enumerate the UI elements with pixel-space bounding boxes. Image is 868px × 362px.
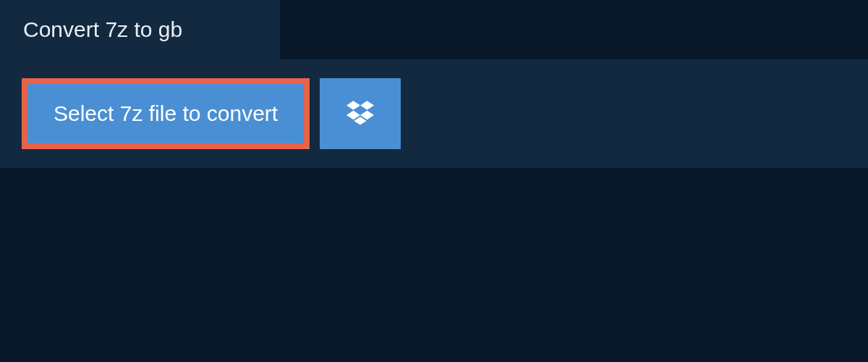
button-row: Select 7z file to convert — [22, 78, 846, 149]
tab-convert[interactable]: Convert 7z to gb — [0, 0, 280, 59]
tab-title: Convert 7z to gb — [23, 17, 182, 41]
select-file-button[interactable]: Select 7z file to convert — [22, 78, 310, 149]
dropbox-button[interactable] — [320, 78, 401, 149]
select-file-label: Select 7z file to convert — [54, 101, 278, 126]
upload-panel: Select 7z file to convert — [0, 59, 868, 168]
dropbox-icon — [346, 98, 374, 129]
